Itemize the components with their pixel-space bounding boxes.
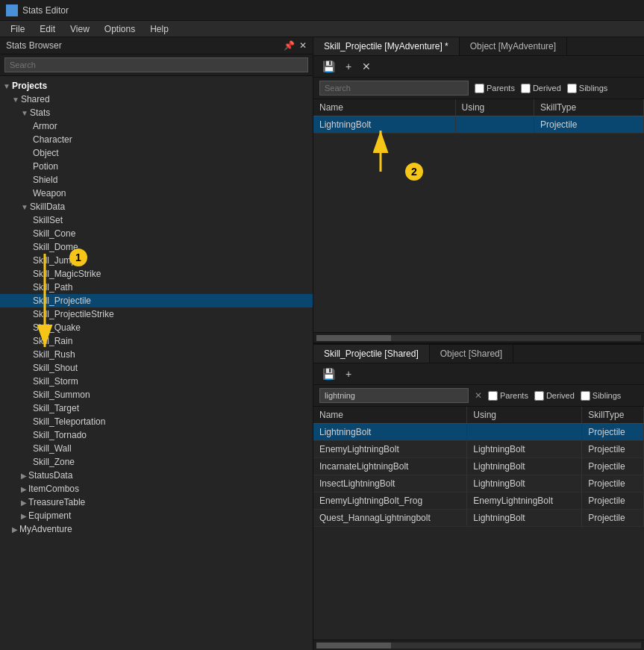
scroll-thumb[interactable] [316, 335, 391, 341]
parents-checkbox-bottom[interactable] [488, 391, 498, 401]
table-row[interactable]: EnemyLightningBolt_Frog EnemyLightningBo… [313, 493, 644, 510]
skilldata-label[interactable]: SkillData [30, 201, 313, 212]
top-data-table: Name Using SkillType LightningBolt Proje… [313, 99, 644, 332]
shield-label: Shield [33, 175, 57, 185]
skill-shout-label: Skill_Shout [33, 363, 78, 373]
derived-checkbox-bottom[interactable] [534, 391, 544, 401]
tree-section-itemcombos: ▶ ItemCombos + [0, 482, 313, 496]
scroll-track [316, 335, 641, 341]
tab-object-shared[interactable]: Object [Shared] [430, 345, 513, 363]
top-horizontal-scrollbar[interactable] [313, 332, 644, 343]
tree-item-skill-teleportation[interactable]: Skill_Teleportation [0, 415, 313, 428]
tab-label: Skill_Projectile [Shared] [324, 349, 419, 359]
right-panel: Skill_Projectile [MyAdventure] * Object … [313, 37, 644, 650]
menu-edit[interactable]: Edit [32, 22, 63, 36]
tree-item-skill-path[interactable]: Skill_Path [0, 281, 313, 294]
tree-item-skill-jump[interactable]: Skill_Jump [0, 254, 313, 267]
menu-file[interactable]: File [3, 22, 32, 36]
parents-checkbox-label-bottom: Parents [488, 391, 528, 401]
top-pane: Skill_Projectile [MyAdventure] * Object … [313, 37, 644, 345]
tree-item-skill-summon[interactable]: Skill_Summon [0, 388, 313, 401]
derived-checkbox[interactable] [521, 84, 531, 93]
tree-item-character[interactable]: Character [0, 133, 313, 146]
header-icons: 📌 ✕ [284, 40, 307, 51]
tree-section-skilldata: ▼ SkillData + [0, 200, 313, 213]
clear-search-button[interactable]: ✕ [475, 390, 482, 401]
menu-view[interactable]: View [63, 22, 97, 36]
table-row[interactable]: IncarnateLightningBolt LightningBolt Pro… [313, 458, 644, 475]
skill-path-label: Skill_Path [33, 282, 72, 293]
top-search-input[interactable] [319, 81, 469, 96]
left-search-input[interactable] [4, 57, 308, 72]
expand-arrow: ▼ [3, 82, 10, 90]
treasuretable-label[interactable]: TreasureTable [28, 497, 313, 507]
add-button-bottom[interactable]: + [343, 366, 354, 381]
table-row[interactable]: Quest_HannagLightningbolt LightningBolt … [313, 510, 644, 527]
tree-item-skill-quake[interactable]: Skill_Quake [0, 321, 313, 334]
file-tree: ▼ Projects ▼ Shared ▼ Stats + Armor Char… [0, 76, 313, 650]
menu-options[interactable]: Options [97, 22, 143, 36]
cell-skilltype: Projectile [582, 510, 644, 527]
tab-label: Object [MyAdventure] [470, 41, 556, 51]
tree-item-skill-tornado[interactable]: Skill_Tornado [0, 428, 313, 442]
tree-item-weapon[interactable]: Weapon [0, 187, 313, 200]
equipment-label[interactable]: Equipment [28, 510, 313, 521]
tree-item-shared[interactable]: ▼ Shared [0, 93, 313, 106]
tree-item-object[interactable]: Object [0, 146, 313, 160]
pin-icon[interactable]: 📌 [284, 40, 295, 51]
table-row[interactable]: LightningBolt Projectile [313, 116, 644, 134]
save-button[interactable]: 💾 [319, 59, 338, 74]
table-row[interactable]: EnemyLightningBolt LightningBolt Project… [313, 441, 644, 458]
cell-name: LightningBolt [313, 424, 467, 441]
tree-item-skill-shout[interactable]: Skill_Shout [0, 361, 313, 375]
itemcombos-label[interactable]: ItemCombos [28, 484, 313, 494]
tree-item-skillset[interactable]: SkillSet [0, 213, 313, 227]
top-tab-bar: Skill_Projectile [MyAdventure] * Object … [313, 37, 644, 56]
tree-item-skill-dome[interactable]: Skill_Dome [0, 240, 313, 254]
tree-item-shield[interactable]: Shield [0, 173, 313, 187]
bottom-horizontal-scrollbar[interactable] [313, 640, 644, 650]
tree-item-skill-projectile[interactable]: Skill_Projectile [0, 294, 313, 307]
tree-item-skill-cone[interactable]: Skill_Cone [0, 227, 313, 240]
tree-item-potion[interactable]: Potion [0, 160, 313, 173]
parents-checkbox[interactable] [475, 84, 484, 93]
menu-help[interactable]: Help [143, 22, 176, 36]
table-row[interactable]: InsectLightningBolt LightningBolt Projec… [313, 475, 644, 493]
expand-arrow: ▼ [21, 203, 28, 211]
skill-wall-label: Skill_Wall [33, 443, 72, 454]
close-button[interactable]: ✕ [359, 59, 374, 74]
tab-skill-projectile-myadventure[interactable]: Skill_Projectile [MyAdventure] * [313, 37, 460, 55]
save-button-bottom[interactable]: 💾 [319, 366, 338, 381]
character-label: Character [33, 134, 72, 145]
tree-item-skill-wall[interactable]: Skill_Wall [0, 442, 313, 455]
tree-item-armor[interactable]: Armor [0, 119, 313, 133]
tree-item-skill-rush[interactable]: Skill_Rush [0, 348, 313, 361]
left-search-box [0, 54, 313, 76]
tree-item-skill-zone[interactable]: Skill_Zone [0, 455, 313, 469]
statusdata-label[interactable]: StatusData [28, 470, 313, 481]
weapon-label: Weapon [33, 188, 66, 199]
tab-object-myadventure[interactable]: Object [MyAdventure] [460, 37, 567, 55]
tree-item-skill-rain[interactable]: Skill_Rain [0, 334, 313, 348]
siblings-checkbox[interactable] [567, 84, 577, 93]
close-panel-icon[interactable]: ✕ [299, 40, 307, 51]
skill-dome-label: Skill_Dome [33, 242, 78, 252]
cell-using: LightningBolt [467, 458, 582, 475]
tree-item-skill-storm[interactable]: Skill_Storm [0, 375, 313, 388]
add-button[interactable]: + [343, 59, 354, 74]
table-row[interactable]: LightningBolt Projectile [313, 424, 644, 441]
tree-item-skill-magicstrike[interactable]: Skill_MagicStrike [0, 267, 313, 281]
tree-item-skill-target[interactable]: Skill_Target [0, 401, 313, 415]
cell-name: LightningBolt [313, 116, 455, 134]
tree-item-projects[interactable]: ▼ Projects [0, 79, 313, 93]
siblings-checkbox-bottom[interactable] [581, 391, 590, 401]
tree-section-equipment: ▶ Equipment + [0, 509, 313, 522]
scroll-thumb-bottom[interactable] [316, 643, 391, 649]
cell-using [455, 116, 534, 134]
tree-item-myadventure[interactable]: ▶ MyAdventure [0, 522, 313, 536]
siblings-checkbox-label-bottom: Siblings [581, 391, 622, 401]
bottom-search-input[interactable] [319, 388, 469, 403]
tab-skill-projectile-shared[interactable]: Skill_Projectile [Shared] [313, 345, 430, 363]
stats-label[interactable]: Stats [30, 107, 313, 118]
tree-item-skill-projectilestrike[interactable]: Skill_ProjectileStrike [0, 307, 313, 321]
